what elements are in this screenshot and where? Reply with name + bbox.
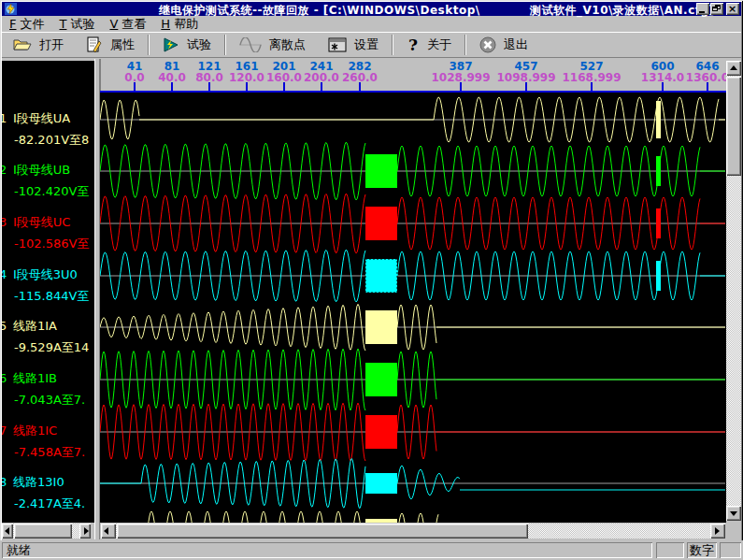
ruler-tick — [460, 82, 462, 91]
menu-bar: F文件 T试验 V查看 H帮助 — [2, 16, 741, 32]
ruler-tick — [359, 82, 361, 91]
menu-test[interactable]: T试验 — [51, 16, 102, 33]
arrow-left-icon — [5, 527, 9, 535]
scrollbar-corner — [726, 524, 741, 538]
vertical-scrollbar[interactable] — [726, 61, 741, 521]
compression-break-marker — [365, 519, 397, 523]
sine-wave-icon — [239, 37, 262, 52]
toolbar-separator — [464, 35, 466, 55]
mini-hscroll-thumb[interactable] — [14, 524, 72, 538]
arrow-left-icon — [104, 527, 108, 535]
channel-number: 2 — [2, 164, 7, 177]
channel-range: -7.043A至7. — [14, 394, 85, 407]
scroll-right-button[interactable] — [79, 524, 91, 538]
channel-name: 线路13I0 — [13, 476, 64, 489]
channel-number: 8 — [2, 476, 7, 489]
label-horizontal-scrollbar[interactable] — [2, 524, 91, 538]
arrow-up-icon — [730, 65, 737, 70]
scroll-right-button[interactable] — [710, 524, 725, 538]
menu-help[interactable]: H帮助 — [153, 16, 206, 33]
menu-file[interactable]: F文件 — [2, 16, 51, 33]
test-run-button[interactable]: 试验 — [151, 33, 222, 57]
time-cursor-bar — [656, 208, 661, 238]
exit-icon — [479, 36, 496, 53]
status-message: 就绪 — [2, 542, 652, 558]
channel-number: 7 — [2, 424, 7, 438]
toolbar: 打开 属性 试验 离散点 — [2, 32, 741, 58]
lightning-app-icon — [5, 3, 17, 15]
channel-name: 线路1IA — [13, 320, 57, 333]
compression-break-marker — [365, 310, 397, 344]
minimize-button[interactable] — [696, 3, 709, 15]
restore-button[interactable] — [710, 3, 723, 15]
arrow-down-icon — [730, 511, 737, 516]
channel-range: -102.586V至 — [14, 237, 89, 251]
channel-number: 4 — [2, 268, 7, 281]
status-panel-empty — [720, 542, 741, 558]
time-cursor-bar — [656, 261, 661, 291]
ruler-tick — [171, 82, 173, 91]
toolbar-separator — [224, 35, 226, 55]
hscroll-thumb[interactable] — [117, 524, 528, 538]
ruler-tick — [591, 82, 593, 91]
ruler-tick — [134, 82, 136, 91]
arrow-right-icon — [715, 527, 720, 535]
time-cursor-bar — [656, 156, 661, 186]
vscroll-thumb[interactable] — [726, 77, 741, 176]
minimize-icon — [699, 11, 705, 13]
toolbar-separator — [148, 35, 150, 55]
compression-break-marker — [365, 207, 397, 240]
channel-range: -115.844V至 — [14, 290, 89, 303]
channel-number: 5 — [2, 320, 7, 333]
ruler-tick — [662, 82, 664, 91]
help-icon: ? — [407, 36, 420, 53]
ruler-tick — [283, 82, 285, 91]
open-button[interactable]: 打开 — [2, 33, 75, 57]
ruler-tick — [707, 82, 708, 91]
test-run-icon — [163, 36, 179, 53]
channel-range: -102.420V至 — [14, 185, 89, 198]
horizontal-scrollbar[interactable] — [101, 524, 725, 538]
channel-label-panel: 1Ⅰ段母线UA-82.201V至82Ⅰ段母线UB-102.420V至3Ⅰ段母线U… — [2, 61, 94, 523]
properties-button[interactable]: 属性 — [75, 33, 146, 57]
channel-range: -2.417A至4. — [14, 497, 85, 510]
open-folder-icon — [13, 37, 32, 52]
settings-button[interactable]: 设置 — [317, 33, 390, 57]
properties-icon — [86, 36, 103, 53]
ruler-tick — [246, 82, 248, 91]
scroll-up-button[interactable] — [726, 61, 741, 76]
compression-break-marker — [365, 473, 397, 494]
svg-text:?: ? — [408, 36, 418, 53]
channel-name: Ⅰ段母线UA — [13, 112, 70, 125]
channel-name: 线路1IB — [13, 372, 57, 385]
waveform-trace — [100, 511, 725, 523]
channel-name: Ⅰ段母线UB — [13, 164, 70, 177]
discrete-points-button[interactable]: 离散点 — [228, 33, 317, 57]
channel-name: 线路1IC — [13, 424, 57, 438]
channel-number: 1 — [2, 112, 7, 125]
channel-name: Ⅰ段母线3U0 — [13, 268, 78, 281]
close-button[interactable]: × — [726, 3, 739, 15]
scroll-down-button[interactable] — [726, 506, 741, 521]
oscillogram-area[interactable] — [100, 91, 726, 523]
toolbar-separator — [392, 35, 393, 55]
close-icon: × — [728, 4, 736, 14]
time-ruler: 410.08140.012180.0161120.0201160.0241200… — [100, 59, 726, 91]
channel-number: 3 — [2, 216, 7, 229]
numlock-indicator: 数字 — [687, 542, 717, 558]
compression-break-marker — [365, 154, 397, 188]
scroll-left-button[interactable] — [2, 524, 13, 538]
ruler-tick — [525, 82, 527, 91]
about-button[interactable]: ? 关于 — [395, 33, 463, 57]
channel-name: Ⅰ段母线UC — [13, 216, 70, 229]
status-panel-empty — [656, 542, 684, 558]
ruler-tick — [321, 82, 322, 91]
channel-range: -9.529A至14 — [14, 341, 89, 354]
scroll-left-button[interactable] — [101, 524, 116, 538]
arrow-right-icon — [84, 527, 89, 535]
menu-view[interactable]: V查看 — [102, 16, 153, 33]
compression-break-marker — [365, 363, 397, 396]
settings-icon — [328, 37, 347, 52]
channel-number: 6 — [2, 372, 7, 385]
exit-button[interactable]: 退出 — [468, 33, 539, 57]
